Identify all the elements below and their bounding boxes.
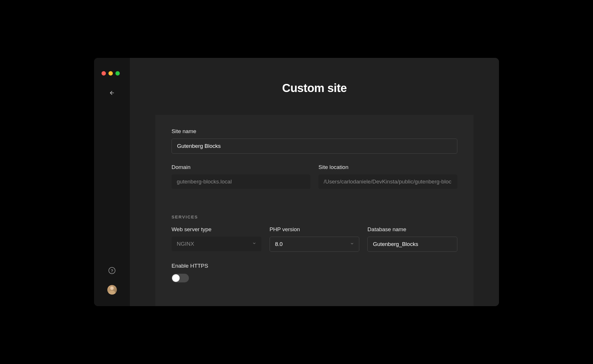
database-name-col: Database name <box>367 226 457 252</box>
user-avatar[interactable] <box>107 285 117 295</box>
https-toggle[interactable] <box>172 274 189 282</box>
domain-location-row: Domain Site location <box>172 164 457 189</box>
web-server-select[interactable]: NGINX <box>172 237 261 251</box>
php-version-label: PHP version <box>270 226 360 233</box>
help-button[interactable]: ? <box>108 267 115 274</box>
minimize-window-button[interactable] <box>108 71 113 76</box>
form-panel: Site name Domain Site location SERVICES … <box>155 115 474 306</box>
php-version-select-wrapper: 8.0 <box>270 237 360 252</box>
site-name-input[interactable] <box>172 139 457 154</box>
php-version-value: 8.0 <box>275 241 283 247</box>
php-version-col: PHP version 8.0 <box>270 226 360 252</box>
domain-input <box>172 174 310 189</box>
https-label: Enable HTTPS <box>172 263 457 269</box>
web-server-col: Web server type NGINX <box>172 226 261 252</box>
page-title: Custom site <box>130 82 499 95</box>
database-name-label: Database name <box>367 226 457 233</box>
sidebar: ? <box>94 58 130 306</box>
php-version-select[interactable]: 8.0 <box>270 237 360 252</box>
app-window: ? Custom site Site name Domain Site loca… <box>94 58 499 306</box>
domain-col: Domain <box>172 164 310 189</box>
close-window-button[interactable] <box>102 71 106 76</box>
main-content: Custom site Site name Domain Site locati… <box>130 58 499 306</box>
maximize-window-button[interactable] <box>115 71 120 76</box>
site-location-col: Site location <box>318 164 457 189</box>
database-name-input[interactable] <box>367 237 457 252</box>
sidebar-bottom: ? <box>94 267 130 295</box>
web-server-label: Web server type <box>172 226 261 233</box>
site-location-input <box>318 174 457 189</box>
domain-label: Domain <box>172 164 310 170</box>
question-mark-icon: ? <box>111 268 113 273</box>
window-controls <box>94 71 130 76</box>
web-server-select-wrapper: NGINX <box>172 237 261 251</box>
arrow-left-icon <box>109 90 115 98</box>
services-row: Web server type NGINX PHP ve <box>172 226 457 252</box>
back-button[interactable] <box>94 90 130 98</box>
site-name-label: Site name <box>172 128 457 135</box>
toggle-knob <box>172 274 180 282</box>
services-header: SERVICES <box>172 214 457 219</box>
site-location-label: Site location <box>318 164 457 170</box>
web-server-value: NGINX <box>177 241 194 247</box>
